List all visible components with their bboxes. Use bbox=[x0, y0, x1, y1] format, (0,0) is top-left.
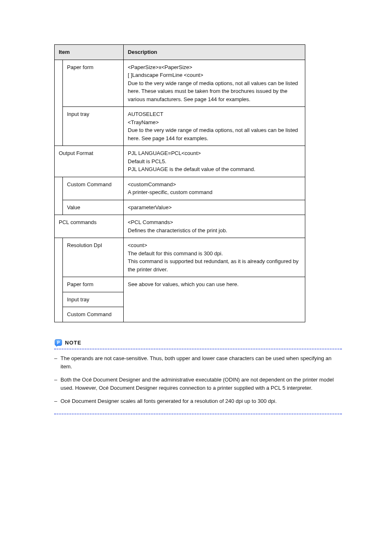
table-row: Resolution DpI <count> The default for t… bbox=[55, 238, 305, 277]
note-divider-top bbox=[54, 349, 342, 349]
row-group-marker bbox=[55, 60, 63, 146]
table-header-row: Item Description bbox=[55, 45, 305, 60]
header-item: Item bbox=[55, 45, 124, 60]
cell-label: Custom Command bbox=[63, 177, 124, 200]
svg-text:P: P bbox=[57, 340, 60, 345]
table-row: Custom Command <customCommand> A printer… bbox=[55, 177, 305, 200]
cell-desc: <parameterValue> bbox=[124, 200, 305, 215]
note-body: The operands are not case-sensitive. Thu… bbox=[54, 354, 342, 406]
list-item: Both the Océ Document Designer and the a… bbox=[54, 376, 342, 392]
cell-label: Input tray bbox=[63, 292, 124, 307]
cell-label: Resolution DpI bbox=[63, 238, 124, 277]
note-label: NOTE bbox=[65, 340, 81, 346]
cell-desc: PJL LANGUAGE=PCL<count> Default is PCL5.… bbox=[124, 146, 305, 177]
note-divider-bottom bbox=[54, 414, 342, 414]
spec-table: Item Description Paper form <PaperSize>x… bbox=[54, 44, 305, 322]
table-row: Paper form See above for values, which y… bbox=[55, 277, 305, 292]
cell-desc: See above for values, which you can use … bbox=[124, 277, 305, 322]
table-row: Output Format PJL LANGUAGE=PCL<count> De… bbox=[55, 146, 305, 177]
note-block: P NOTE The operands are not case-sensiti… bbox=[54, 339, 342, 415]
cell-label: Value bbox=[63, 200, 124, 215]
table-row: Value <parameterValue> bbox=[55, 200, 305, 215]
cell-desc: AUTOSELECT <TrayName> Due to the very wi… bbox=[124, 107, 305, 146]
note-heading: P NOTE bbox=[54, 339, 342, 347]
cell-desc: <PCL Commands> Defines the characteristi… bbox=[124, 215, 305, 238]
cell-desc: <customCommand> A printer-specific, cust… bbox=[124, 177, 305, 200]
cell-label: Input tray bbox=[63, 107, 124, 146]
table-row: PCL commands <PCL Commands> Defines the … bbox=[55, 215, 305, 238]
row-group-marker bbox=[55, 238, 63, 322]
table-row: Paper form <PaperSize>x<PaperSize> [ ]La… bbox=[55, 60, 305, 107]
cell-label: Output Format bbox=[55, 146, 124, 177]
list-item: Océ Document Designer scales all fonts g… bbox=[54, 397, 342, 405]
note-icon: P bbox=[54, 339, 62, 347]
row-group-marker bbox=[55, 177, 63, 215]
cell-label: Paper form bbox=[63, 277, 124, 292]
list-item: The operands are not case-sensitive. Thu… bbox=[54, 354, 342, 371]
header-desc: Description bbox=[124, 45, 305, 60]
cell-label: Custom Command bbox=[63, 307, 124, 322]
cell-desc: <PaperSize>x<PaperSize> [ ]Landscape For… bbox=[124, 60, 305, 107]
table-row: Input tray AUTOSELECT <TrayName> Due to … bbox=[55, 107, 305, 146]
cell-label: Paper form bbox=[63, 60, 124, 107]
cell-label: PCL commands bbox=[55, 215, 124, 238]
cell-desc: <count> The default for this command is … bbox=[124, 238, 305, 277]
